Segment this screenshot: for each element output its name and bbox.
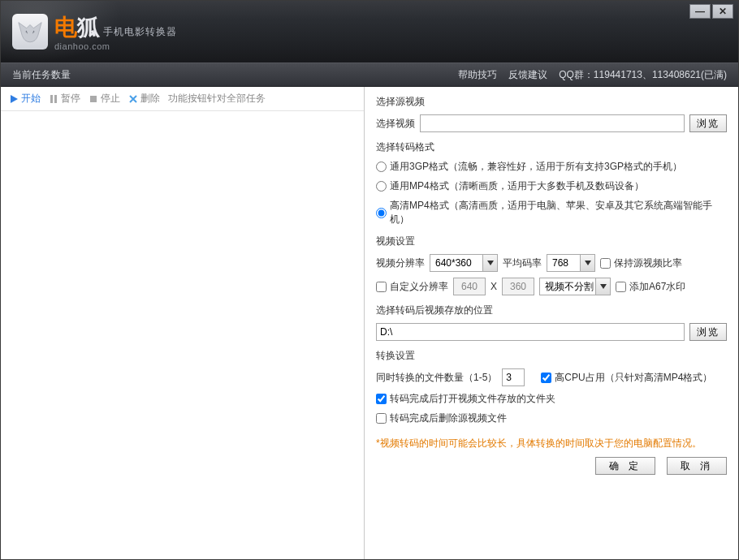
section-source: 选择源视频 选择视频 浏览 — [376, 95, 727, 132]
close-button[interactable]: ✕ — [712, 4, 733, 19]
brand-char-2: 狐 — [77, 15, 100, 40]
feedback-link[interactable]: 反馈建议 — [508, 68, 547, 82]
source-path-input[interactable] — [420, 114, 685, 132]
section-video: 视频设置 视频分辨率 640*360 平均码率 768 保持源视频比率 自定义分… — [376, 235, 727, 295]
concurrent-input[interactable] — [502, 368, 525, 386]
keep-ratio-check[interactable]: 保持源视频比率 — [600, 256, 682, 270]
delete-button[interactable]: 删除 — [128, 92, 160, 106]
pause-icon — [49, 94, 58, 104]
resolution-label: 视频分辨率 — [376, 256, 425, 270]
section-output: 选择转码后视频存放的位置 浏览 — [376, 304, 727, 341]
format-3gp-radio[interactable]: 通用3GP格式（流畅，兼容性好，适用于所有支持3GP格式的手机） — [376, 160, 682, 174]
stop-button[interactable]: 停止 — [89, 92, 120, 106]
bitrate-label: 平均码率 — [503, 256, 542, 270]
brand-subtitle: 手机电影转换器 — [103, 25, 177, 39]
split-combo[interactable]: 视频不分割 — [539, 278, 611, 295]
info-bar: 当前任务数量 帮助技巧 反馈建议 QQ群：119441713、113408621… — [1, 62, 738, 87]
play-icon — [9, 94, 19, 104]
watermark-check[interactable]: 添加A67水印 — [616, 280, 685, 294]
open-folder-check[interactable]: 转码完成后打开视频文件存放的文件夹 — [376, 392, 555, 406]
settings-pane: 选择源视频 选择视频 浏览 选择转码格式 通用3GP格式（流畅，兼容性好，适用于… — [365, 87, 738, 559]
resolution-combo[interactable]: 640*360 — [430, 254, 498, 272]
source-label: 选择视频 — [376, 117, 415, 131]
x-label: X — [491, 281, 497, 292]
svg-rect-3 — [90, 96, 97, 102]
custom-res-check[interactable]: 自定义分辨率 — [376, 280, 448, 294]
task-count-label: 当前任务数量 — [12, 68, 71, 82]
ok-button[interactable]: 确 定 — [595, 457, 655, 475]
output-path-input[interactable] — [376, 323, 685, 341]
section-video-title: 视频设置 — [376, 235, 727, 248]
svg-marker-0 — [11, 95, 18, 103]
delete-src-check[interactable]: 转码完成后删除源视频文件 — [376, 411, 507, 425]
custom-height-input[interactable] — [502, 278, 534, 295]
section-source-title: 选择源视频 — [376, 95, 727, 109]
brand-url: dianhoo.com — [54, 41, 177, 51]
help-link[interactable]: 帮助技巧 — [458, 68, 497, 82]
section-format-title: 选择转码格式 — [376, 140, 727, 154]
section-convert: 转换设置 同时转换的文件数量（1-5） 高CPU占用（只针对高清MP4格式） 转… — [376, 349, 727, 425]
format-hd-radio[interactable]: 高清MP4格式（高清画质，适用于电脑、苹果、安卓及其它系统高端智能手机） — [376, 199, 727, 226]
pause-button[interactable]: 暂停 — [49, 92, 80, 106]
app-logo: 电狐 手机电影转换器 dianhoo.com — [12, 12, 177, 51]
high-cpu-check[interactable]: 高CPU占用（只针对高清MP4格式） — [541, 371, 712, 385]
cancel-button[interactable]: 取 消 — [667, 457, 727, 475]
svg-rect-1 — [50, 95, 53, 103]
task-list — [1, 111, 364, 559]
source-browse-button[interactable]: 浏览 — [689, 114, 727, 132]
window-titlebar: 电狐 手机电影转换器 dianhoo.com — ✕ — [1, 1, 738, 62]
minimize-button[interactable]: — — [689, 4, 711, 19]
custom-width-input[interactable] — [453, 278, 486, 295]
stop-icon — [89, 94, 98, 104]
task-toolbar: 开始 暂停 停止 删除 功能按钮针对全部任务 — [1, 87, 364, 111]
fox-icon — [12, 14, 48, 50]
start-button[interactable]: 开始 — [9, 92, 41, 106]
brand-char-1: 电 — [54, 15, 77, 40]
svg-rect-2 — [54, 95, 57, 103]
output-browse-button[interactable]: 浏览 — [689, 323, 727, 341]
format-mp4-radio[interactable]: 通用MP4格式（清晰画质，适用于大多数手机及数码设备） — [376, 179, 644, 193]
section-format: 选择转码格式 通用3GP格式（流畅，兼容性好，适用于所有支持3GP格式的手机） … — [376, 140, 727, 226]
task-list-pane: 开始 暂停 停止 删除 功能按钮针对全部任务 — [1, 87, 365, 559]
section-output-title: 选择转码后视频存放的位置 — [376, 304, 727, 317]
qq-group-text: QQ群：119441713、113408621(已满) — [559, 68, 727, 82]
footer-note: *视频转码的时间可能会比较长，具体转换的时间取决于您的电脑配置情况。 — [376, 437, 727, 450]
delete-icon — [128, 94, 138, 104]
bitrate-combo[interactable]: 768 — [547, 254, 595, 272]
concurrent-label: 同时转换的文件数量（1-5） — [376, 371, 497, 385]
toolbar-hint: 功能按钮针对全部任务 — [168, 92, 266, 106]
section-convert-title: 转换设置 — [376, 349, 727, 363]
